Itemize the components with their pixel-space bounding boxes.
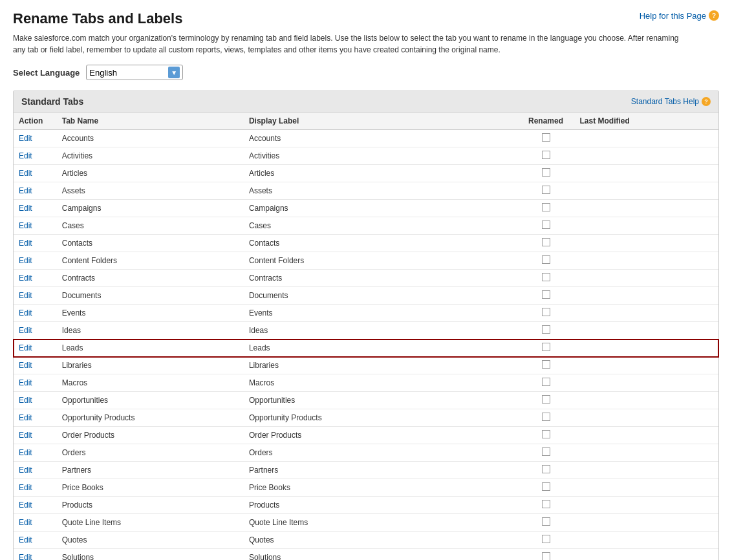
tab-name-cell: Products — [57, 497, 244, 514]
renamed-checkbox — [542, 535, 550, 543]
renamed-cell — [517, 514, 575, 532]
edit-link[interactable]: Edit — [19, 361, 32, 370]
edit-link[interactable]: Edit — [19, 169, 32, 178]
table-row: EditContactsContacts — [14, 235, 718, 252]
edit-link[interactable]: Edit — [19, 466, 32, 475]
edit-link[interactable]: Edit — [19, 221, 32, 230]
tab-name-cell: Orders — [57, 444, 244, 462]
last-modified-cell — [575, 322, 718, 339]
tab-name-cell: Articles — [57, 165, 244, 182]
col-header-tab-name: Tab Name — [57, 113, 244, 130]
tab-name-cell: Libraries — [57, 357, 244, 374]
edit-link[interactable]: Edit — [19, 501, 32, 510]
display-label-cell: Quote Line Items — [244, 514, 517, 532]
renamed-cell — [517, 217, 575, 235]
renamed-cell — [517, 409, 575, 427]
tab-name-cell: Documents — [57, 287, 244, 305]
language-select[interactable]: English — [89, 68, 168, 78]
display-label-cell: Ideas — [244, 322, 517, 339]
table-row: EditPartnersPartners — [14, 462, 718, 479]
language-select-wrapper[interactable]: English ▼ — [86, 65, 183, 80]
action-cell: Edit — [14, 479, 57, 497]
table-row: EditDocumentsDocuments — [14, 287, 718, 305]
last-modified-cell — [575, 305, 718, 322]
renamed-cell — [517, 427, 575, 444]
edit-link[interactable]: Edit — [19, 413, 32, 422]
table-row: EditCampaignsCampaigns — [14, 200, 718, 217]
standard-tabs-help-link[interactable]: Standard Tabs Help ? — [631, 97, 711, 106]
action-cell: Edit — [14, 357, 57, 374]
help-for-page-link[interactable]: Help for this Page ? — [640, 10, 719, 21]
tab-name-cell: Ideas — [57, 322, 244, 339]
display-label-cell: Assets — [244, 182, 517, 200]
edit-link[interactable]: Edit — [19, 291, 32, 300]
display-label-cell: Campaigns — [244, 200, 517, 217]
page-title: Rename Tabs and Labels — [13, 10, 182, 27]
display-label-cell: Opportunity Products — [244, 409, 517, 427]
last-modified-cell — [575, 130, 718, 147]
action-cell: Edit — [14, 130, 57, 147]
edit-link[interactable]: Edit — [19, 151, 32, 160]
standard-tabs-table: Action Tab Name Display Label Renamed La… — [14, 113, 718, 560]
edit-link[interactable]: Edit — [19, 256, 32, 265]
action-cell: Edit — [14, 444, 57, 462]
action-cell: Edit — [14, 217, 57, 235]
table-row: EditIdeasIdeas — [14, 322, 718, 339]
renamed-checkbox — [542, 378, 550, 386]
renamed-cell — [517, 392, 575, 409]
edit-link[interactable]: Edit — [19, 186, 32, 195]
display-label-cell: Quotes — [244, 532, 517, 549]
tab-name-cell: Events — [57, 305, 244, 322]
section-header: Standard Tabs Standard Tabs Help ? — [14, 91, 718, 113]
page-description: Make salesforce.com match your organizat… — [13, 32, 692, 56]
tab-name-cell: Macros — [57, 374, 244, 392]
last-modified-cell — [575, 270, 718, 287]
display-label-cell: Activities — [244, 147, 517, 165]
display-label-cell: Articles — [244, 165, 517, 182]
renamed-checkbox — [542, 168, 550, 177]
display-label-cell: Accounts — [244, 130, 517, 147]
table-header: Action Tab Name Display Label Renamed La… — [14, 113, 718, 130]
edit-link[interactable]: Edit — [19, 239, 32, 248]
table-row: EditMacrosMacros — [14, 374, 718, 392]
last-modified-cell — [575, 514, 718, 532]
table-row: EditPrice BooksPrice Books — [14, 479, 718, 497]
display-label-cell: Macros — [244, 374, 517, 392]
table-row: EditActivitiesActivities — [14, 147, 718, 165]
last-modified-cell — [575, 252, 718, 270]
renamed-cell — [517, 357, 575, 374]
action-cell: Edit — [14, 182, 57, 200]
table-row: EditLeadsLeads — [14, 339, 718, 357]
edit-link[interactable]: Edit — [19, 326, 32, 335]
action-cell: Edit — [14, 287, 57, 305]
edit-link[interactable]: Edit — [19, 483, 32, 492]
renamed-cell — [517, 200, 575, 217]
display-label-cell: Content Folders — [244, 252, 517, 270]
renamed-checkbox — [542, 290, 550, 299]
last-modified-cell — [575, 339, 718, 357]
display-label-cell: Opportunities — [244, 392, 517, 409]
table-row: EditLibrariesLibraries — [14, 357, 718, 374]
table-row: EditSolutionsSolutions — [14, 549, 718, 561]
edit-link[interactable]: Edit — [19, 308, 32, 318]
renamed-checkbox — [542, 517, 550, 526]
table-row: EditAccountsAccounts — [14, 130, 718, 147]
edit-link[interactable]: Edit — [19, 343, 32, 352]
display-label-cell: Leads — [244, 339, 517, 357]
display-label-cell: Events — [244, 305, 517, 322]
edit-link[interactable]: Edit — [19, 274, 32, 283]
edit-link[interactable]: Edit — [19, 431, 32, 440]
edit-link[interactable]: Edit — [19, 535, 32, 544]
edit-link[interactable]: Edit — [19, 553, 32, 560]
last-modified-cell — [575, 479, 718, 497]
edit-link[interactable]: Edit — [19, 204, 32, 213]
table-row: EditContent FoldersContent Folders — [14, 252, 718, 270]
edit-link[interactable]: Edit — [19, 134, 32, 143]
edit-link[interactable]: Edit — [19, 396, 32, 405]
col-header-last-modified: Last Modified — [575, 113, 718, 130]
edit-link[interactable]: Edit — [19, 518, 32, 527]
action-cell: Edit — [14, 514, 57, 532]
renamed-cell — [517, 462, 575, 479]
edit-link[interactable]: Edit — [19, 448, 32, 457]
edit-link[interactable]: Edit — [19, 378, 32, 387]
